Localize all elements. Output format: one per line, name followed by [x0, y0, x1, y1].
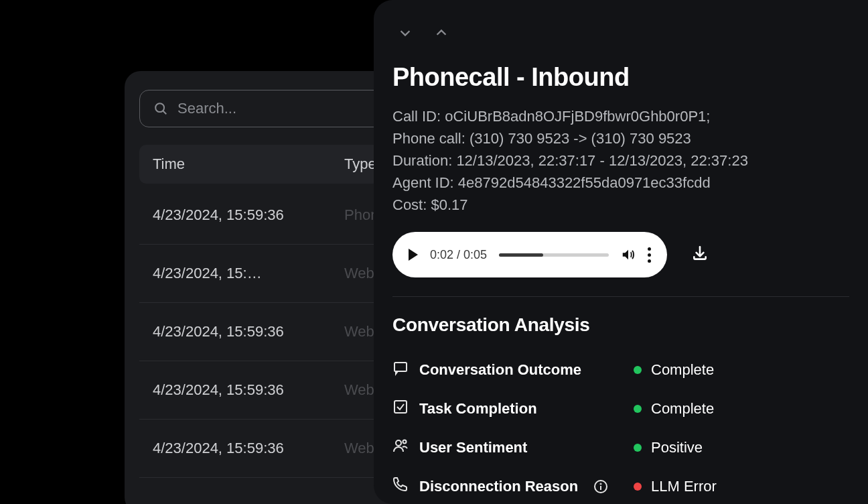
analysis-value: Positive: [651, 439, 703, 456]
search-icon: [153, 101, 168, 116]
status-dot: [634, 483, 642, 491]
chat-icon: [392, 360, 409, 380]
more-icon[interactable]: [648, 247, 651, 263]
analysis-value: Complete: [651, 400, 714, 418]
svg-line-1: [163, 111, 166, 114]
svg-point-4: [396, 440, 401, 446]
analysis-title: Conversation Analysis: [392, 314, 849, 336]
duration-line: Duration: 12/13/2023, 22:37:17 - 12/13/2…: [392, 149, 849, 172]
audio-player[interactable]: 0:02 / 0:05: [392, 232, 667, 277]
analysis-label: Task Completion: [419, 400, 537, 418]
cell-time: 4/23/2024, 15:59:36: [153, 440, 344, 457]
phone-line: Phone call: (310) 730 9523 -> (310) 730 …: [392, 127, 849, 149]
agent-id-line: Agent ID: 4e8792d54843322f55da0971ec33fc…: [392, 172, 849, 194]
audio-time: 0:02 / 0:05: [430, 248, 487, 262]
info-icon[interactable]: [593, 479, 609, 495]
status-dot: [634, 366, 642, 374]
svg-rect-3: [394, 401, 407, 413]
analysis-row: User SentimentPositive: [392, 428, 849, 467]
chevron-down-icon[interactable]: [398, 25, 413, 43]
audio-seekbar[interactable]: [499, 253, 609, 257]
call-id-line: Call ID: oCiUBrB8adn8OJFjBD9fbwr0Ghb0r0P…: [392, 105, 849, 127]
cost-line: Cost: $0.17: [392, 194, 849, 216]
analysis-row: Task CompletionComplete: [392, 389, 849, 428]
status-dot: [634, 444, 642, 452]
cell-time: 4/23/2024, 15:59:36: [153, 381, 344, 399]
analysis-label: Disconnection Reason: [419, 478, 578, 495]
volume-icon[interactable]: [621, 247, 636, 262]
svg-point-0: [155, 103, 164, 112]
analysis-value: LLM Error: [651, 478, 717, 495]
analysis-value: Complete: [651, 361, 714, 379]
cell-time: 4/23/2024, 15:59:36: [153, 323, 344, 340]
check-icon: [392, 399, 409, 419]
svg-point-5: [403, 440, 407, 444]
play-icon[interactable]: [409, 249, 418, 261]
analysis-label: User Sentiment: [419, 439, 527, 456]
chevron-up-icon[interactable]: [434, 25, 449, 43]
detail-title: Phonecall - Inbound: [392, 63, 849, 92]
cell-time: 4/23/2024, 15:…: [153, 265, 344, 282]
phone-icon: [392, 477, 409, 497]
call-detail-panel: Phonecall - Inbound Call ID: oCiUBrB8adn…: [374, 0, 868, 504]
status-dot: [634, 405, 642, 413]
user-icon: [392, 438, 409, 458]
svg-point-8: [601, 484, 601, 485]
header-time: Time: [153, 155, 344, 173]
analysis-row: Disconnection ReasonLLM Error: [392, 467, 849, 504]
cell-time: 4/23/2024, 15:59:36: [153, 206, 344, 224]
svg-rect-2: [394, 363, 407, 371]
analysis-label: Conversation Outcome: [419, 361, 581, 379]
analysis-row: Conversation OutcomeComplete: [392, 351, 849, 389]
download-button[interactable]: [691, 245, 709, 265]
